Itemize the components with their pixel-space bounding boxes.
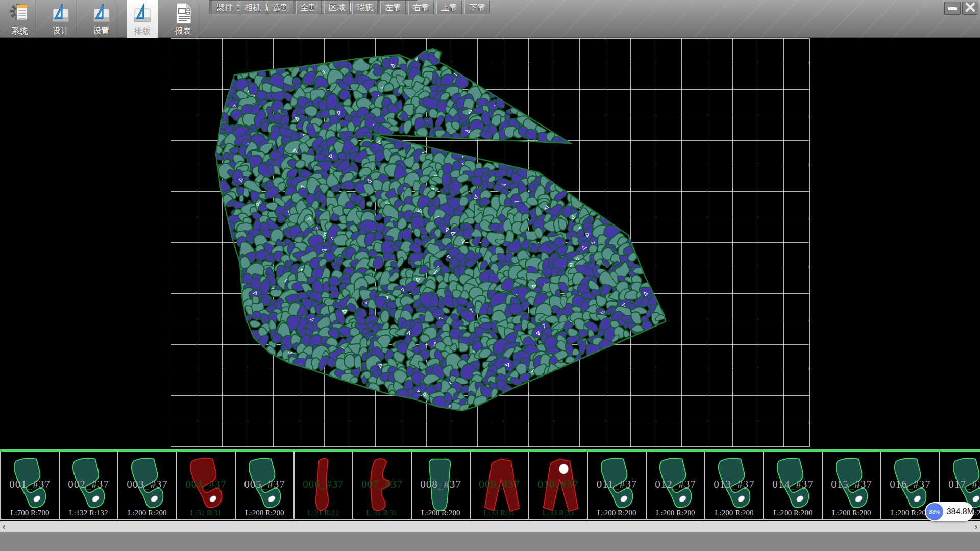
thumbnail-cell[interactable]: 014_#37L:200 R:200 bbox=[764, 452, 823, 519]
thumbnail-cell[interactable]: 002_#37L:132 R:132 bbox=[60, 452, 118, 519]
app-button-label: 系统 bbox=[12, 26, 28, 37]
piece-shape bbox=[64, 453, 114, 518]
cpu-percent-indicator: 38% bbox=[926, 503, 943, 520]
status-bar bbox=[0, 532, 980, 551]
app-button-settings[interactable]: 设置 bbox=[86, 0, 117, 38]
thumbnail-cell[interactable]: 011_#37L:200 R:200 bbox=[588, 452, 647, 519]
piece-shape bbox=[592, 453, 643, 518]
ruler-icon bbox=[91, 2, 112, 25]
scroll-right-arrow[interactable]: › bbox=[972, 521, 980, 532]
thumbnail-cell[interactable]: 007_#37L:31 R:31 bbox=[353, 452, 412, 519]
tool-button-align-top[interactable]: 上靠 bbox=[436, 1, 462, 14]
piece-shape bbox=[240, 453, 290, 518]
piece-shape bbox=[651, 453, 701, 518]
piece-shape bbox=[416, 453, 467, 518]
report-icon bbox=[173, 2, 193, 25]
memory-value-label: 384.8M bbox=[947, 507, 974, 516]
minimize-icon bbox=[948, 4, 957, 13]
ruler-icon bbox=[51, 2, 71, 25]
close-icon bbox=[965, 2, 975, 14]
app-button-layout[interactable]: 排版 bbox=[127, 0, 158, 38]
piece-shape bbox=[827, 453, 877, 518]
memory-usage-badge[interactable]: 38% 384.8M bbox=[925, 502, 974, 521]
tool-button-select-cut[interactable]: 选割 bbox=[268, 1, 293, 14]
piece-shape bbox=[709, 453, 760, 518]
piece-shape bbox=[357, 453, 408, 518]
thumbnail-cell[interactable]: 005_#37L:200 R:200 bbox=[236, 452, 295, 519]
tool-button-region[interactable]: 区域 bbox=[324, 1, 350, 14]
piece-shape bbox=[122, 453, 173, 518]
thumbnail-cell[interactable]: 008_#37L:200 R:200 bbox=[412, 452, 471, 519]
close-button[interactable] bbox=[962, 2, 978, 15]
tool-button-defect[interactable]: 瑕疵 bbox=[352, 1, 378, 14]
app-button-system[interactable]: 系统 bbox=[4, 0, 36, 38]
minimize-button[interactable] bbox=[944, 2, 961, 15]
tool-button-align-right[interactable]: 右靠 bbox=[408, 1, 434, 14]
tool-button-align-left[interactable]: 左靠 bbox=[380, 1, 406, 14]
thumbnail-cell[interactable]: 015_#37L:200 R:200 bbox=[823, 452, 881, 519]
gear-icon bbox=[10, 2, 30, 25]
tool-button-camera[interactable]: 相机 bbox=[240, 1, 265, 14]
scroll-left-arrow[interactable]: ‹ bbox=[0, 521, 8, 532]
thumbnail-cell[interactable]: 004_#37L:31 R:31 bbox=[177, 452, 236, 519]
piece-shape bbox=[181, 453, 232, 518]
tool-button-cut-all[interactable]: 全割 bbox=[296, 1, 322, 14]
nesting-canvas[interactable] bbox=[0, 38, 980, 449]
app-button-label: 设置 bbox=[93, 26, 110, 37]
app-button-design[interactable]: 设计 bbox=[45, 0, 77, 38]
piece-thumbnail-strip: 001_#37L:700 R:700002_#37L:132 R:132003_… bbox=[0, 452, 980, 520]
piece-shape bbox=[5, 453, 56, 518]
piece-shape bbox=[475, 453, 525, 518]
piece-shape bbox=[533, 453, 584, 518]
app-button-report[interactable]: 报表 bbox=[167, 0, 199, 38]
toolbar: 系统 设计 设置 bbox=[0, 0, 980, 38]
app-button-label: 设计 bbox=[53, 26, 69, 37]
thumbnail-cell[interactable]: 009_#37L:32 R:31 bbox=[471, 452, 529, 519]
piece-shape bbox=[768, 453, 819, 518]
tool-button-cluster[interactable]: 聚排 bbox=[212, 1, 237, 14]
thumbnail-cell[interactable]: 013_#37L:200 R:200 bbox=[705, 452, 764, 519]
piece-shape bbox=[299, 453, 349, 518]
app-button-label: 报表 bbox=[175, 26, 191, 37]
ruler-icon bbox=[132, 2, 153, 25]
app-button-label: 排版 bbox=[134, 26, 151, 37]
thumbnail-cell[interactable]: 001_#37L:700 R:700 bbox=[1, 452, 60, 519]
application-window: 系统 设计 设置 bbox=[0, 0, 980, 551]
horizontal-scrollbar[interactable]: ‹ › bbox=[0, 521, 980, 532]
thumbnail-cell[interactable]: 010_#37L:33 R:33 bbox=[529, 452, 588, 519]
thumbnail-cell[interactable]: 012_#37L:200 R:200 bbox=[647, 452, 705, 519]
thumbnail-cell[interactable]: 003_#37L:200 R:200 bbox=[118, 452, 177, 519]
thumbnail-cell[interactable]: 006_#37L:21 R:21 bbox=[295, 452, 353, 519]
tool-button-align-bottom[interactable]: 下靠 bbox=[464, 1, 490, 14]
